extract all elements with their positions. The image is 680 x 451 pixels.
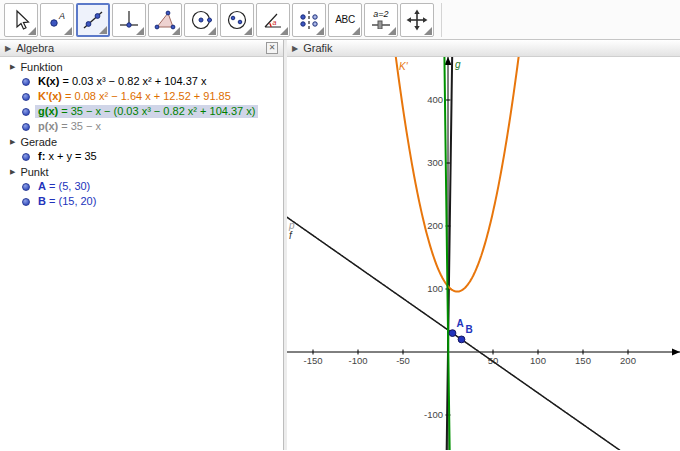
algebra-item-g[interactable]: g(x) = 35 − x − (0.03 x³ − 0.82 x² + 104… [0, 104, 283, 119]
move-graphics-view-icon [405, 8, 429, 32]
graph-label-g: g [455, 59, 461, 70]
visibility-marble-K-prime[interactable] [22, 93, 30, 101]
visibility-marble-p[interactable] [22, 123, 30, 131]
visibility-marble-B[interactable] [22, 198, 30, 206]
visibility-marble-A[interactable] [22, 183, 30, 191]
polygon-tool-button[interactable] [148, 3, 182, 37]
y-tick-label: 400 [427, 94, 443, 105]
x-tick-label: -50 [396, 355, 410, 366]
perpendicular-tool-button[interactable] [112, 3, 146, 37]
algebra-group-funktion[interactable]: ▶Funktion [0, 59, 283, 74]
algebra-item-A[interactable]: A = (5, 30) [0, 179, 283, 194]
y-tick-label: 200 [427, 220, 443, 231]
x-tick-label: 100 [530, 355, 546, 366]
algebra-item-f[interactable]: f: x + y = 35 [0, 149, 283, 164]
text-tool-label: ABC [335, 14, 355, 25]
x-tick-label: 200 [620, 355, 636, 366]
y-tick-label: 300 [427, 157, 443, 168]
svg-text:A: A [58, 11, 65, 21]
graph-label-K-prime: K' [399, 61, 409, 72]
slider-tool-button[interactable]: a=2 [364, 3, 398, 37]
graphics-canvas[interactable]: -150-100-5050100150200-100100200300400K'… [287, 57, 680, 450]
expression-A: A = (5, 30) [35, 180, 93, 193]
algebra-item-p[interactable]: p(x) = 35 − x [0, 119, 283, 134]
move-cursor-icon [9, 8, 33, 32]
svg-text:a: a [273, 18, 277, 25]
point-tool-button[interactable]: A [40, 3, 74, 37]
curve-K-prime[interactable] [287, 57, 680, 292]
x-tick-label: 150 [575, 355, 591, 366]
toolbar-separator [441, 3, 442, 37]
slider-icon: a=2 [371, 10, 391, 29]
algebra-tree: ▶FunktionK(x) = 0.03 x³ − 0.82 x² + 104.… [0, 57, 283, 450]
algebra-group-gerade[interactable]: ▶Gerade [0, 134, 283, 149]
graphics-panel-title: Grafik [303, 42, 332, 54]
text-tool-button[interactable]: ABC [328, 3, 362, 37]
angle-icon: a [261, 8, 285, 32]
group-expand-icon[interactable]: ▶ [10, 138, 15, 146]
line-two-points-icon [81, 8, 105, 32]
move-view-tool-button[interactable] [400, 3, 434, 37]
point-B[interactable] [458, 336, 465, 343]
close-algebra-icon[interactable]: ✕ [266, 42, 278, 54]
curve-g[interactable] [287, 57, 680, 450]
point-label-A: A [457, 318, 464, 329]
toolbar: AaABCa=2 [0, 0, 680, 40]
graphics-panel: ▶ Grafik -150-100-5050100150200-10010020… [287, 40, 680, 450]
polygon-icon [153, 8, 177, 32]
conic-five-points-icon [225, 8, 249, 32]
expression-K-prime: K'(x) = 0.08 x² − 1.64 x + 12.52 + 91.85 [35, 90, 234, 103]
y-tick-label: -100 [424, 409, 443, 420]
line-tool-button[interactable] [76, 3, 110, 37]
expression-g: g(x) = 35 − x − (0.03 x³ − 0.82 x² + 104… [35, 105, 258, 118]
y-axis-arrow-icon [445, 57, 452, 65]
expression-K: K(x) = 0.03 x³ − 0.82 x² + 104.37 x [35, 75, 209, 88]
algebra-group-punkt[interactable]: ▶Punkt [0, 164, 283, 179]
visibility-marble-K[interactable] [22, 78, 30, 86]
graph-label-f: f [289, 230, 293, 241]
algebra-panel: ▶ Algebra ✕ ▶FunktionK(x) = 0.03 x³ − 0.… [0, 40, 284, 450]
visibility-marble-f[interactable] [22, 153, 30, 161]
algebra-panel-header: ▶ Algebra ✕ [0, 40, 283, 57]
group-expand-icon[interactable]: ▶ [10, 63, 15, 71]
expression-f: f: x + y = 35 [35, 150, 100, 163]
graphics-panel-header: ▶ Grafik [287, 40, 680, 57]
angle-tool-button[interactable]: a [256, 3, 290, 37]
conic-tool-button[interactable] [220, 3, 254, 37]
y-tick-label: 100 [427, 283, 443, 294]
visibility-marble-g[interactable] [22, 108, 30, 116]
move-tool-button[interactable] [4, 3, 38, 37]
algebra-item-K-prime[interactable]: K'(x) = 0.08 x² − 1.64 x + 12.52 + 91.85 [0, 89, 283, 104]
geogebra-window: AaABCa=2 ▶ Algebra ✕ ▶FunktionK(x) = 0.0… [0, 0, 680, 451]
circle-center-point-icon [189, 8, 213, 32]
perpendicular-line-icon [117, 8, 141, 32]
algebra-panel-title: Algebra [16, 42, 54, 54]
panel-collapse-icon[interactable]: ▶ [5, 44, 11, 53]
x-tick-label: -150 [303, 355, 322, 366]
expression-B: B = (15, 20) [35, 195, 99, 208]
x-tick-label: -100 [348, 355, 367, 366]
algebra-item-B[interactable]: B = (15, 20) [0, 194, 283, 209]
algebra-item-K[interactable]: K(x) = 0.03 x³ − 0.82 x² + 104.37 x [0, 74, 283, 89]
graphics-view[interactable]: -150-100-5050100150200-100100200300400K'… [287, 57, 680, 450]
reflect-tool-button[interactable] [292, 3, 326, 37]
point-A[interactable] [449, 330, 456, 337]
expression-p: p(x) = 35 − x [35, 120, 104, 133]
group-expand-icon[interactable]: ▶ [10, 168, 15, 176]
circle-tool-button[interactable] [184, 3, 218, 37]
reflect-object-icon [297, 8, 321, 32]
curve-K[interactable] [287, 57, 680, 450]
x-axis-arrow-icon [672, 349, 680, 356]
new-point-icon: A [45, 8, 69, 32]
panel-collapse-icon[interactable]: ▶ [292, 44, 298, 53]
point-label-B: B [466, 324, 473, 335]
